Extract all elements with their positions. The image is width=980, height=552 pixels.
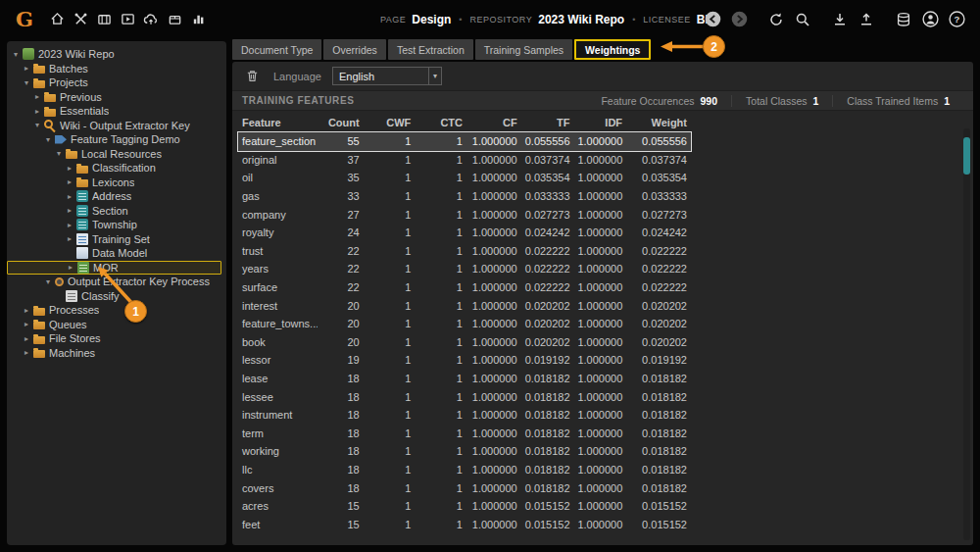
back-button[interactable]	[703, 9, 722, 30]
table-row[interactable]: instrument18111.0000000.0181821.0000000.…	[238, 406, 691, 425]
tab-test-extraction[interactable]: Test Extraction	[388, 39, 473, 60]
cell-idf: 1.000000	[573, 132, 626, 151]
media-button[interactable]	[118, 9, 137, 30]
repository-value[interactable]: 2023 Wiki Repo	[538, 13, 624, 26]
table-row[interactable]: years22111.0000000.0222221.0000000.02222…	[238, 260, 691, 278]
tab-overrides[interactable]: Overrides	[323, 39, 386, 60]
stats-button[interactable]	[188, 9, 208, 30]
tree-item-machines[interactable]: ▸Machines	[7, 346, 226, 361]
tree-item-data-model[interactable]: Data Model	[7, 246, 226, 261]
chevron-right-icon[interactable]: ▸	[22, 320, 31, 328]
tree-item-feature-tagging-demo[interactable]: ▾Feature Tagging Demo	[7, 132, 226, 147]
chevron-right-icon[interactable]: ▸	[22, 334, 31, 343]
table-row[interactable]: gas33111.0000000.0333331.0000000.033333	[238, 187, 691, 206]
tree-item-previous[interactable]: ▸Previous	[7, 90, 226, 105]
col-header-count[interactable]: Count	[318, 113, 364, 132]
chevron-down-icon[interactable]: ▾	[11, 50, 21, 59]
tree-item-projects[interactable]: ▾Projects	[7, 75, 226, 90]
tree-item-lexicons[interactable]: ▸Lexicons	[7, 176, 226, 190]
col-header-feature[interactable]: Feature	[238, 113, 318, 132]
table-row[interactable]: book20111.0000000.0202021.0000000.020202	[238, 333, 691, 352]
scrollbar-thumb[interactable]	[963, 137, 970, 175]
chevron-right-icon[interactable]: ▸	[65, 234, 74, 243]
tree-item-essentials[interactable]: ▸Essentials	[7, 104, 226, 119]
table-row[interactable]: feet15111.0000000.0151521.0000000.015152	[238, 515, 691, 533]
chevron-down-icon[interactable]: ▾	[43, 277, 53, 286]
top-bar: G PAGE Design • REPOSITORY 2023 Wiki Rep…	[6, 1, 974, 37]
cloud-upload-icon	[143, 12, 159, 26]
tree-item-township[interactable]: ▸Township	[7, 218, 226, 232]
refresh-button[interactable]	[766, 9, 786, 30]
search-button[interactable]	[793, 9, 812, 30]
chevron-right-icon[interactable]: ▸	[22, 348, 31, 357]
download-button[interactable]	[830, 9, 850, 30]
chevron-right-icon[interactable]: ▸	[66, 263, 75, 272]
table-row[interactable]: original37111.0000000.0373741.0000000.03…	[238, 151, 691, 170]
tree-item-2023-wiki-repo[interactable]: ▾2023 Wiki Repo	[7, 47, 226, 62]
tab-training-samples[interactable]: Training Samples	[475, 39, 572, 60]
package-button[interactable]	[165, 9, 184, 30]
col-header-idf[interactable]: IDF	[573, 113, 626, 132]
col-header-cwf[interactable]: CWF	[364, 113, 416, 132]
forward-button[interactable]	[729, 9, 749, 30]
chevron-right-icon[interactable]: ▸	[22, 306, 31, 315]
table-row[interactable]: working18111.0000000.0181821.0000000.018…	[238, 442, 691, 461]
tree-item-training-set[interactable]: ▸Training Set	[7, 232, 226, 247]
chevron-right-icon[interactable]: ▸	[65, 177, 74, 186]
chevron-right-icon[interactable]: ▸	[22, 64, 31, 73]
tree-item-local-resources[interactable]: ▾Local Resources	[7, 147, 226, 162]
table-row[interactable]: royalty24111.0000000.0242421.0000000.024…	[238, 224, 691, 242]
table-row[interactable]: lessor19111.0000000.0191921.0000000.0191…	[238, 351, 691, 370]
trash-icon	[245, 69, 260, 83]
chevron-right-icon[interactable]: ▸	[32, 92, 42, 101]
user-button[interactable]	[920, 9, 940, 30]
table-row[interactable]: company27111.0000000.0272731.0000000.027…	[238, 205, 691, 224]
chevron-right-icon[interactable]: ▸	[65, 221, 74, 229]
table-row[interactable]: interest20111.0000000.0202021.0000000.02…	[238, 296, 691, 315]
tree-item-address[interactable]: ▸Address	[7, 189, 226, 204]
upload-button[interactable]	[857, 9, 876, 30]
chevron-right-icon[interactable]: ▸	[65, 192, 74, 201]
tools-button[interactable]	[71, 9, 90, 30]
cell-cf: 1.000000	[466, 315, 521, 333]
table-row[interactable]: acres15111.0000000.0151521.0000000.01515…	[238, 497, 691, 516]
table-row[interactable]: oil35111.0000000.0353541.0000000.035354	[238, 169, 691, 187]
col-header-tf[interactable]: TF	[521, 113, 574, 132]
chevron-down-icon[interactable]: ▾	[32, 121, 42, 129]
chevron-right-icon[interactable]: ▸	[65, 164, 74, 173]
chevron-down-icon[interactable]: ▾	[22, 78, 31, 87]
chevron-down-icon[interactable]: ▾	[43, 135, 53, 144]
table-row[interactable]: trust22111.0000000.0222221.0000000.02222…	[238, 242, 691, 261]
tree-item-queues[interactable]: ▸Queues	[7, 318, 226, 332]
database-button[interactable]	[894, 9, 913, 30]
cell-cf: 1.000000	[466, 478, 521, 497]
table-row[interactable]: feature_towns...20111.0000000.0202021.00…	[238, 315, 691, 333]
table-row[interactable]: term18111.0000000.0181821.0000000.018182	[238, 425, 691, 443]
table-scrollbar[interactable]	[963, 128, 970, 540]
table-row[interactable]: lessee18111.0000000.0181821.0000000.0181…	[238, 387, 691, 406]
tree-item-wiki-output-extractor-key[interactable]: ▾Wiki - Output Extractor Key	[7, 119, 226, 133]
batches-button[interactable]	[94, 9, 114, 30]
col-header-ctc[interactable]: CTC	[415, 113, 466, 132]
tree-item-batches[interactable]: ▸Batches	[7, 62, 226, 76]
table-row[interactable]: llc18111.0000000.0181821.0000000.018182	[238, 461, 691, 479]
table-row[interactable]: covers18111.0000000.0181821.0000000.0181…	[238, 478, 691, 497]
clear-button[interactable]	[241, 66, 263, 87]
table-row[interactable]: feature_section55111.0000000.0555561.000…	[238, 132, 691, 151]
table-row[interactable]: surface22111.0000000.0222221.0000000.022…	[238, 278, 691, 297]
cloud-button[interactable]	[141, 9, 161, 30]
chevron-down-icon[interactable]: ▾	[54, 149, 64, 158]
tab-weightings[interactable]: Weightings	[574, 39, 651, 60]
tree-item-classification[interactable]: ▸Classification	[7, 161, 226, 176]
tab-document-type[interactable]: Document Type	[232, 39, 321, 60]
table-row[interactable]: lease18111.0000000.0181821.0000000.01818…	[238, 370, 691, 388]
col-header-weight[interactable]: Weight	[626, 113, 691, 132]
chevron-right-icon[interactable]: ▸	[32, 107, 42, 116]
help-button[interactable]: ?	[947, 9, 966, 30]
tree-item-file-stores[interactable]: ▸File Stores	[7, 331, 226, 346]
home-button[interactable]	[47, 9, 67, 30]
tree-item-section[interactable]: ▸Section	[7, 204, 226, 219]
chevron-right-icon[interactable]: ▸	[65, 206, 74, 215]
col-header-cf[interactable]: CF	[466, 113, 521, 132]
language-select[interactable]: English ▾	[332, 67, 442, 85]
